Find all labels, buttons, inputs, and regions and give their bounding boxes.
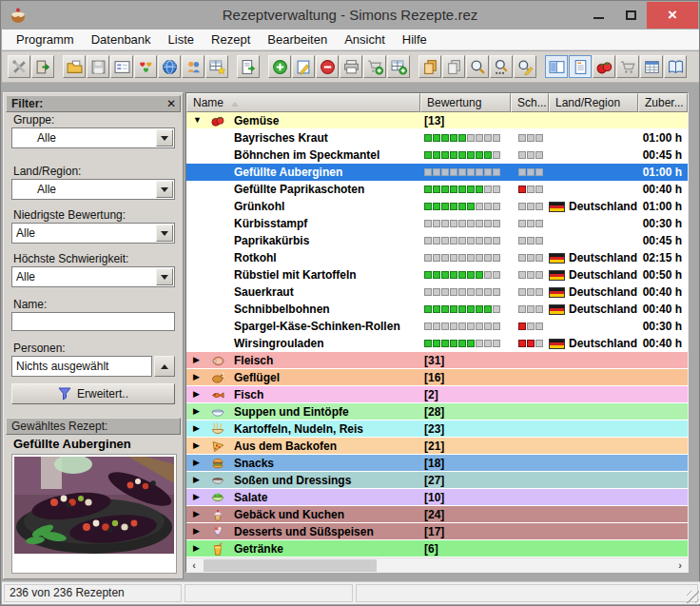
category-row-geflügel[interactable]: ▶Geflügel[16]: [186, 369, 688, 386]
category-row-fisch[interactable]: ▶Fisch[2]: [186, 386, 688, 403]
category-row-kartoffeln-nudeln-reis[interactable]: ▶Kartoffeln, Nudeln, Reis[23]: [186, 420, 688, 438]
collapse-arrow-icon[interactable]: ▼: [193, 115, 202, 125]
advanced-filter-button[interactable]: Erweitert..: [11, 383, 175, 404]
category-row-snacks[interactable]: ▶Snacks[18]: [186, 455, 688, 472]
toolbar-button-search[interactable]: [466, 55, 489, 78]
toolbar-button-form[interactable]: [110, 55, 133, 78]
expand-arrow-icon[interactable]: ▶: [193, 526, 200, 536]
filter-select-niedrigste-bewertung[interactable]: Alle: [11, 223, 175, 244]
toolbar-button-table-add[interactable]: [387, 55, 410, 78]
expand-arrow-icon[interactable]: ▶: [193, 406, 200, 416]
menu-item-hilfe[interactable]: Hilfe: [394, 29, 436, 50]
category-row-fleisch[interactable]: ▶Fleisch[31]: [186, 352, 688, 369]
toolbar-button-users[interactable]: [182, 55, 204, 78]
toolbar-button-globe[interactable]: [158, 55, 181, 78]
column-header-name[interactable]: Name: [186, 93, 420, 112]
toolbar-button-remove[interactable]: [316, 55, 339, 78]
toolbar-button-add[interactable]: [268, 55, 291, 78]
recipe-row-rübstiel-mit-kartoffeln[interactable]: Rübstiel mit KartoffelnDeutschland00:50 …: [186, 266, 688, 283]
close-button[interactable]: ×: [647, 2, 698, 29]
dropdown-button[interactable]: [156, 181, 173, 198]
recipe-row-kürbisstampf[interactable]: Kürbisstampf00:30 h: [186, 215, 688, 232]
recipe-row-grünkohl[interactable]: GrünkohlDeutschland01:00 h: [186, 198, 688, 215]
toolbar-button-folder-open[interactable]: [63, 55, 86, 78]
recipe-row-gefüllte-paprikaschoten[interactable]: Gefüllte Paprikaschoten00:40 h: [186, 181, 688, 198]
category-row-soßen-und-dressings[interactable]: ▶Soßen und Dressings[27]: [186, 472, 688, 489]
toolbar-button-cart-add[interactable]: [363, 55, 386, 78]
column-header-land-region[interactable]: Land/Region: [549, 93, 638, 112]
expand-arrow-icon[interactable]: ▶: [193, 423, 200, 433]
expand-arrow-icon[interactable]: ▶: [193, 389, 200, 399]
recipe-row-gefüllte-auberginen[interactable]: Gefüllte Auberginen01:00 h: [186, 164, 688, 181]
toolbar-button-edit[interactable]: [292, 55, 315, 78]
scroll-right-arrow[interactable]: ›: [672, 558, 688, 573]
menu-item-programm[interactable]: Programm: [8, 29, 83, 50]
recipe-row-wirsingrouladen[interactable]: WirsingrouladenDeutschland00:40 h: [186, 335, 688, 352]
toolbar-button-table-star[interactable]: [205, 55, 228, 78]
filter-close-icon[interactable]: ✕: [166, 96, 176, 111]
column-header-zuber[interactable]: Zuber...: [638, 93, 688, 112]
menu-item-rezept[interactable]: Rezept: [203, 29, 259, 50]
category-row-gebäck-und-kuchen[interactable]: ▶Gebäck und Kuchen[24]: [186, 506, 688, 523]
menu-item-bearbeiten[interactable]: Bearbeiten: [259, 29, 336, 50]
toolbar-button-exit[interactable]: [31, 55, 54, 78]
toolbar-button-book[interactable]: [664, 55, 687, 78]
expand-arrow-icon[interactable]: ▶: [193, 372, 200, 381]
toolbar-button-search-edit[interactable]: [514, 55, 536, 78]
category-row-aus-dem-backofen[interactable]: ▶Aus dem Backofen[21]: [186, 438, 688, 455]
expand-arrow-icon[interactable]: ▶: [193, 458, 200, 467]
category-row-getränke[interactable]: ▶Getränke[6]: [186, 540, 688, 557]
toolbar-button-save[interactable]: [87, 55, 109, 78]
toolbar-button-cart[interactable]: [616, 55, 639, 78]
minimize-button[interactable]: [582, 2, 614, 29]
toolbar-button-copy-gray[interactable]: [442, 55, 465, 78]
expand-arrow-icon[interactable]: ▶: [193, 543, 200, 553]
filter-select-gruppe[interactable]: Alle: [11, 127, 175, 148]
menu-item-liste[interactable]: Liste: [160, 29, 203, 50]
category-row-salate[interactable]: ▶Salate[10]: [186, 489, 688, 506]
filter-select-höchste-schwierigkeit[interactable]: Alle: [11, 266, 175, 287]
toolbar-button-tomatoes[interactable]: [593, 55, 615, 78]
resize-grip[interactable]: [687, 591, 699, 603]
personen-spinner-button[interactable]: [154, 356, 175, 377]
toolbar-button-calendar[interactable]: [640, 55, 663, 78]
category-row-gemüse[interactable]: ▼Gemüse[13]: [186, 112, 688, 129]
toolbar-button-search-dots[interactable]: [490, 55, 513, 78]
category-row-suppen-und-eintöpfe[interactable]: ▶Suppen und Eintöpfe[28]: [186, 403, 688, 420]
scroll-left-arrow[interactable]: ‹: [186, 558, 202, 573]
column-header-sch[interactable]: Sch...: [511, 93, 549, 112]
recipe-row-paprikakürbis[interactable]: Paprikakürbis00:45 h: [186, 232, 688, 249]
horizontal-scrollbar[interactable]: ‹ ›: [186, 557, 688, 572]
filter-select-land-region[interactable]: Alle: [11, 179, 175, 200]
recipe-row-böhnchen-im-speckmantel[interactable]: Böhnchen im Speckmantel00:45 h: [186, 147, 688, 164]
scroll-thumb[interactable]: [204, 559, 377, 572]
maximize-button[interactable]: [614, 2, 647, 29]
toolbar-button-view-split[interactable]: [545, 55, 568, 78]
recipe-row-spargel-käse-schinken-rollen[interactable]: Spargel-Käse-Schinken-Rollen00:30 h: [186, 318, 688, 335]
toolbar-button-hearts[interactable]: [134, 55, 157, 78]
recipe-row-sauerkraut[interactable]: SauerkrautDeutschland00:40 h: [186, 283, 688, 301]
toolbar-button-copy[interactable]: [418, 55, 441, 78]
category-row-desserts-und-süßspeisen[interactable]: ▶Desserts und Süßspeisen[17]: [186, 523, 688, 540]
name-filter-input[interactable]: [11, 312, 175, 331]
toolbar-button-view-doc[interactable]: [569, 55, 592, 78]
recipe-row-rotkohl[interactable]: RotkohlDeutschland02:15 h: [186, 249, 688, 266]
recipe-row-bayrisches-kraut[interactable]: Bayrisches Kraut01:00 h: [186, 129, 688, 147]
expand-arrow-icon[interactable]: ▶: [193, 355, 200, 364]
expand-arrow-icon[interactable]: ▶: [193, 509, 200, 518]
expand-arrow-icon[interactable]: ▶: [193, 475, 200, 484]
menu-item-datenbank[interactable]: Datenbank: [83, 29, 160, 50]
menu-item-ansicht[interactable]: Ansicht: [336, 29, 394, 50]
column-header-bewertung[interactable]: Bewertung: [420, 93, 511, 112]
dropdown-button[interactable]: [156, 268, 173, 285]
recipe-row-schnibbelbohnen[interactable]: SchnibbelbohnenDeutschland00:40 h: [186, 301, 688, 318]
filter-select-value: Alle: [37, 183, 56, 196]
dropdown-button[interactable]: [156, 225, 173, 242]
expand-arrow-icon[interactable]: ▶: [193, 492, 200, 501]
dropdown-button[interactable]: [156, 129, 173, 147]
toolbar-button-print[interactable]: [340, 55, 362, 78]
personen-filter-input[interactable]: [11, 356, 152, 377]
expand-arrow-icon[interactable]: ▶: [193, 440, 200, 450]
toolbar-button-tools[interactable]: [8, 55, 30, 78]
toolbar-button-doc-export[interactable]: [237, 55, 260, 78]
